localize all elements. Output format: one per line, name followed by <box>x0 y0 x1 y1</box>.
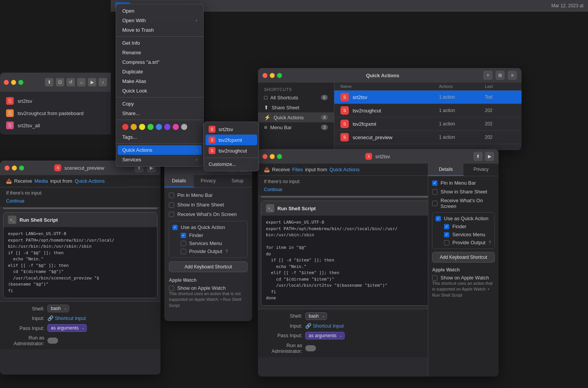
icon-play[interactable]: ▶ <box>88 78 96 86</box>
shortcut-input-link[interactable]: 🔗 Shortcut Input <box>47 315 86 321</box>
sr-continue-link[interactable]: Continue <box>264 187 282 192</box>
ctx-compress[interactable]: Compress "a.srt" <box>116 57 203 67</box>
ctx-share[interactable]: Share... <box>116 109 203 118</box>
submenu-item-customize[interactable]: Customize... <box>204 159 259 169</box>
receive-type[interactable]: Media <box>34 178 48 184</box>
sr-show-on-apple-watch-checkbox[interactable] <box>432 275 437 281</box>
submenu-item-tsv2fcpxml[interactable]: S tsv2fcpxml <box>206 135 257 145</box>
sc-traffic-green[interactable] <box>19 166 24 170</box>
pin-menu-bar-checkbox[interactable] <box>169 193 174 198</box>
sr-services-menu-checkbox[interactable] <box>444 232 449 237</box>
sr-share-btn[interactable]: ⬆ <box>473 152 483 161</box>
sh-sidebar-share-sheet[interactable]: ⬆ Share Sheet <box>258 102 334 112</box>
sr-pass-input-select[interactable]: as arguments <box>305 332 345 339</box>
sr-shortcut-input-link[interactable]: 🔗 Shortcut Input <box>305 323 344 329</box>
sr-traffic-red[interactable] <box>262 154 267 159</box>
sh-grid-btn[interactable]: ⊞ <box>496 71 505 80</box>
ctx-rename[interactable]: Rename <box>116 48 203 57</box>
ctx-open[interactable]: Open <box>116 6 203 16</box>
tab-details[interactable]: Details <box>164 175 194 187</box>
use-quick-action-checkbox[interactable] <box>172 225 178 230</box>
sr-tab-details[interactable]: Details <box>428 164 463 176</box>
tab-setup[interactable]: Setup <box>223 175 252 187</box>
sh-row-scenecut-preview[interactable]: S scenecut_preview 1 action 202 <box>334 131 522 144</box>
sr-pin-menu-bar-checkbox[interactable] <box>432 180 437 186</box>
sc-traffic-yellow[interactable] <box>12 166 17 170</box>
sh-sidebar-quick-actions[interactable]: ⚡ Quick Actions 4 <box>258 112 334 122</box>
all-shortcuts-icon: □ <box>264 94 267 101</box>
sh-traffic-yellow[interactable] <box>270 73 275 78</box>
sidebar-item-srt2tsv-all[interactable]: S srt2tsv_all <box>0 119 111 131</box>
ctx-move-trash[interactable]: Move to Trash <box>116 25 203 35</box>
color-green[interactable] <box>147 124 154 130</box>
sidebar-item-srt2tsv[interactable]: S srt2tsv <box>0 95 111 107</box>
sr-traffic-green[interactable] <box>277 154 282 159</box>
sr-input-from[interactable]: Quick Actions <box>329 167 360 172</box>
traffic-yellow[interactable] <box>11 80 16 85</box>
finder-checkbox[interactable] <box>181 233 186 238</box>
sr-shell-select[interactable]: bash <box>305 312 327 320</box>
sh-plus-btn[interactable]: + <box>483 71 492 80</box>
provide-output-checkbox[interactable] <box>181 249 186 254</box>
ctx-get-info[interactable]: Get Info <box>116 38 203 48</box>
traffic-red[interactable] <box>4 80 9 85</box>
ctx-open-with[interactable]: Open With › <box>116 16 203 25</box>
icon-vol[interactable]: ♪ <box>99 78 107 86</box>
ctx-services[interactable]: Services › <box>116 155 203 164</box>
receive-whats-on-screen-checkbox[interactable] <box>169 212 174 217</box>
sr-finder-checkbox[interactable] <box>444 224 449 229</box>
icon-copy[interactable]: ⊡ <box>56 78 64 86</box>
sh-traffic-green[interactable] <box>277 73 282 78</box>
sidebar-icon-tsv2roughcut: S <box>6 109 14 117</box>
color-blue[interactable] <box>156 124 162 130</box>
sh-menu-btn[interactable]: ≡ <box>508 71 517 80</box>
sr-show-share-sheet-checkbox[interactable] <box>432 189 437 195</box>
color-pink[interactable] <box>173 124 179 130</box>
sr-receive-type[interactable]: Files <box>292 167 303 172</box>
sidebar-item-tsv2roughcut[interactable]: S tsv2roughcut from pasteboard <box>0 107 111 119</box>
sr-provide-output-checkbox[interactable] <box>444 240 449 245</box>
submenu-item-tsv2roughcut[interactable]: S tsv2roughcut <box>204 145 259 156</box>
sh-row-tsv2roughcut[interactable]: S tsv2roughcut 1 action 202 <box>334 104 522 117</box>
ctx-quick-actions[interactable]: Quick Actions › <box>118 145 202 155</box>
submenu-item-srt2tsv[interactable]: S srt2tsv <box>204 124 259 135</box>
color-red[interactable] <box>122 124 128 130</box>
sr-play-btn[interactable]: ▶ <box>485 152 494 161</box>
input-from[interactable]: Quick Actions <box>75 178 105 184</box>
tab-privacy[interactable]: Privacy <box>194 175 223 187</box>
sh-sidebar-all-shortcuts[interactable]: □ All Shortcuts 6 <box>258 93 334 102</box>
sr-tab-privacy[interactable]: Privacy <box>463 164 499 176</box>
ctx-make-alias[interactable]: Make Alias <box>116 76 203 86</box>
sc-traffic-red[interactable] <box>5 166 10 170</box>
ctx-copy[interactable]: Copy <box>116 99 203 109</box>
sr-receive-whats-on-screen-checkbox[interactable] <box>432 201 437 206</box>
sr-add-kb-shortcut-btn[interactable]: Add Keyboard Shortcut <box>432 252 495 263</box>
color-orange[interactable] <box>131 124 137 130</box>
sh-row-srt2tsv[interactable]: S srt2tsv 1 action Tod <box>334 91 522 104</box>
ctx-duplicate[interactable]: Duplicate <box>116 67 203 76</box>
sh-sidebar-menu-bar[interactable]: ≡ Menu Bar 3 <box>258 122 334 132</box>
icon-share[interactable]: ⬆ <box>45 78 53 86</box>
color-purple[interactable] <box>164 124 170 130</box>
sr-use-quick-action-checkbox[interactable] <box>436 216 441 221</box>
continue-link[interactable]: Continue <box>6 198 24 204</box>
color-yellow[interactable] <box>139 124 145 130</box>
ctx-quick-look[interactable]: Quick Look <box>116 86 203 96</box>
services-menu-checkbox[interactable] <box>181 241 186 246</box>
sr-run-as-admin-toggle[interactable] <box>305 345 316 351</box>
add-kb-shortcut-btn[interactable]: Add Keyboard Shortcut <box>169 261 248 272</box>
shell-select[interactable]: bash <box>47 305 69 312</box>
run-as-admin-toggle[interactable] <box>47 338 58 344</box>
icon-search[interactable]: ⌕ <box>77 78 86 86</box>
show-on-apple-watch-checkbox[interactable] <box>169 286 174 291</box>
pass-input-select[interactable]: as arguments <box>47 324 87 332</box>
ctx-tags[interactable]: Tags... <box>116 132 203 142</box>
icon-history[interactable]: ↺ <box>66 78 75 86</box>
color-gray[interactable] <box>181 124 187 130</box>
sh-row-tsv2fcpxml[interactable]: S tsv2fcpxml 1 action 202 <box>334 117 522 131</box>
sr-traffic-yellow[interactable] <box>270 154 275 159</box>
traffic-green[interactable] <box>18 80 23 85</box>
show-share-sheet-checkbox[interactable] <box>169 202 174 208</box>
sr-provide-output-row: Provide Output ? <box>444 240 491 245</box>
sh-traffic-red[interactable] <box>262 73 267 78</box>
